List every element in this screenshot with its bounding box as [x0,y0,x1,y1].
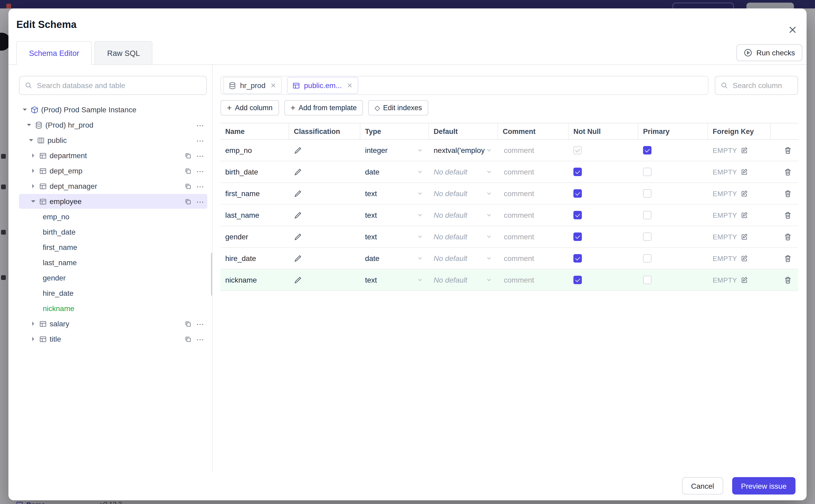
comment-input[interactable] [503,254,563,263]
tree-item-nickname[interactable]: nickname [19,301,207,316]
more-options-icon[interactable] [196,335,205,343]
foreign-key-edit-icon[interactable] [741,211,748,219]
pencil-icon[interactable] [294,276,302,284]
delete-column-icon[interactable] [784,254,792,262]
copy-icon[interactable] [185,336,191,342]
chip-hr-prod[interactable]: hr_prod [223,77,282,94]
column-name-cell[interactable]: gender [220,226,289,247]
tree-scrollbar[interactable] [211,253,212,296]
tree-item-department[interactable]: department [19,148,207,163]
caret-right-icon[interactable] [30,337,36,341]
column-name-cell[interactable]: birth_date [220,161,289,182]
comment-input[interactable] [503,275,563,285]
primary-checkbox[interactable] [643,168,652,176]
more-options-icon[interactable] [196,136,205,144]
comment-input[interactable] [503,210,563,220]
close-chip-icon[interactable] [270,82,277,89]
tree-item-hire-date[interactable]: hire_date [19,286,207,301]
tab-raw-sql[interactable]: Raw SQL [94,41,152,64]
tab-schema-editor[interactable]: Schema Editor [16,41,92,65]
more-options-icon[interactable] [196,182,205,190]
column-name-cell[interactable]: emp_no [220,140,289,161]
column-name-cell[interactable]: hire_date [220,248,289,269]
pencil-icon[interactable] [294,233,302,241]
pencil-icon[interactable] [294,168,302,176]
default-select[interactable]: No default [429,248,498,269]
type-select[interactable]: date [360,248,429,269]
default-select[interactable]: No default [429,205,498,226]
delete-column-icon[interactable] [784,276,792,284]
caret-right-icon[interactable] [30,184,36,188]
copy-icon[interactable] [185,183,191,190]
type-select[interactable]: text [360,183,429,204]
chip-public-employee[interactable]: public.em... [287,77,358,94]
foreign-key-edit-icon[interactable] [741,276,748,284]
not-null-checkbox[interactable] [574,168,582,176]
copy-icon[interactable] [185,320,191,327]
tree-item-dept-manager[interactable]: dept_manager [19,179,207,193]
more-options-icon[interactable] [196,320,205,328]
default-select[interactable]: No default [429,183,498,204]
caret-down-icon[interactable] [21,109,28,111]
foreign-key-edit-icon[interactable] [741,255,748,262]
copy-icon[interactable] [185,198,191,205]
default-select[interactable]: No default [429,226,498,247]
tree-item-title[interactable]: title [19,332,207,346]
tree-item-dept-emp[interactable]: dept_emp [19,163,207,178]
preview-issue-button[interactable]: Preview issue [732,477,795,495]
edit-indexes-button[interactable]: Edit indexes [368,100,428,115]
type-select[interactable]: text [360,226,429,247]
column-name-cell[interactable]: first_name [220,183,289,204]
pencil-icon[interactable] [294,190,302,197]
caret-down-icon[interactable] [27,139,34,141]
not-null-checkbox[interactable] [574,232,582,241]
tree-item-salary[interactable]: salary [19,316,207,331]
delete-column-icon[interactable] [784,211,792,219]
default-select[interactable]: No default [429,269,498,290]
tree-item-gender[interactable]: gender [19,270,207,285]
foreign-key-edit-icon[interactable] [741,190,748,197]
pencil-icon[interactable] [294,211,302,219]
type-select[interactable]: date [360,161,429,182]
tree-item-prod-hr-prod[interactable]: (Prod) hr_prod [19,118,207,132]
more-options-icon[interactable] [196,152,205,159]
primary-checkbox[interactable] [643,276,652,284]
tree-item-emp-no[interactable]: emp_no [19,209,207,224]
copy-icon[interactable] [185,152,191,159]
type-select[interactable]: text [360,269,429,290]
foreign-key-edit-icon[interactable] [741,147,748,154]
column-name-cell[interactable]: nickname [220,269,289,290]
pencil-icon[interactable] [294,146,302,154]
caret-right-icon[interactable] [30,169,36,173]
delete-column-icon[interactable] [784,190,792,197]
more-options-icon[interactable] [196,121,205,129]
copy-icon[interactable] [185,167,191,174]
tree-search-input[interactable] [19,76,207,95]
caret-right-icon[interactable] [30,322,36,326]
more-options-icon[interactable] [196,197,205,205]
default-select[interactable]: No default [429,161,498,182]
delete-column-icon[interactable] [784,146,792,154]
primary-checkbox[interactable] [643,211,652,219]
comment-input[interactable] [503,167,563,177]
caret-right-icon[interactable] [30,153,36,158]
add-from-template-button[interactable]: Add from template [284,100,363,115]
foreign-key-edit-icon[interactable] [741,168,748,176]
type-select[interactable]: integer [360,140,429,161]
add-column-button[interactable]: Add column [220,100,279,115]
not-null-checkbox[interactable] [574,254,582,263]
primary-checkbox[interactable] [643,232,652,241]
close-icon[interactable] [788,25,797,34]
more-options-icon[interactable] [196,167,205,175]
foreign-key-edit-icon[interactable] [741,233,748,240]
tree-item-public[interactable]: public [19,133,207,148]
tree-item-first-name[interactable]: first_name [19,240,207,255]
caret-down-icon[interactable] [30,200,36,202]
comment-input[interactable] [503,232,563,241]
not-null-checkbox[interactable] [574,189,582,198]
tree-item-birth-date[interactable]: birth_date [19,225,207,239]
pencil-icon[interactable] [294,254,302,262]
close-chip-icon[interactable] [346,82,353,89]
default-select[interactable]: nextval('employ [429,140,498,161]
column-name-cell[interactable]: last_name [220,205,289,226]
